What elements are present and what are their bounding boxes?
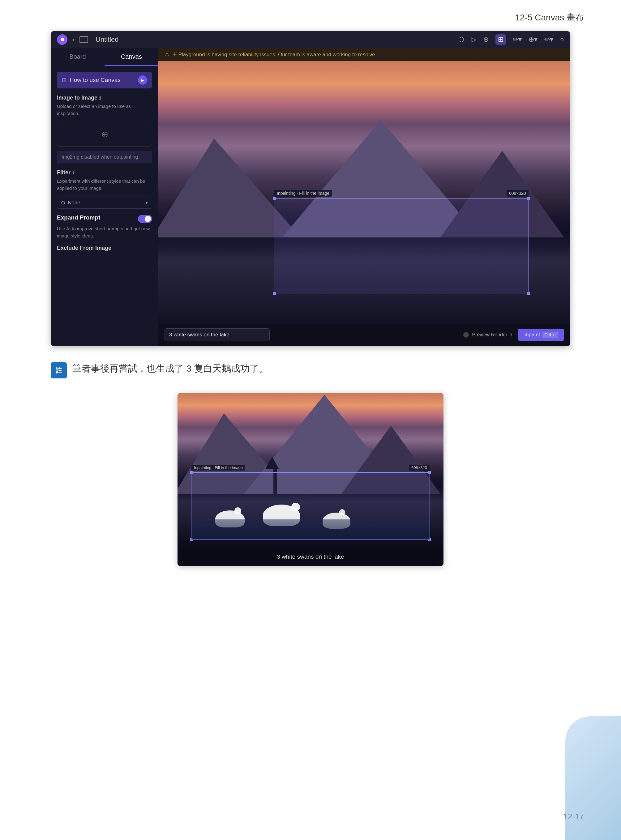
page-header: 12-5 Canvas 畫布 [515, 12, 584, 24]
edit-icon[interactable]: ✏▾ [544, 36, 553, 44]
note-section: 註 筆者事後再嘗試，也生成了 3 隻白天鵝成功了。 [51, 361, 570, 378]
canvas-image-bg: Inpainting · Fill in the image 608×320 3… [158, 61, 570, 346]
prompt-text-2: 3 white swans on the lake [277, 553, 344, 560]
app-title: Untitled [93, 36, 453, 44]
nav-board-btn[interactable]: Board [51, 48, 105, 66]
canvas-how-to-item[interactable]: ⊞ How to use Canvas ▶ [57, 72, 152, 88]
shape-icon[interactable]: ⊕▾ [529, 36, 538, 44]
filter-title: Filter ℹ [57, 170, 152, 176]
play-icon[interactable]: ▷ [471, 36, 476, 44]
warning-bar: ⚠ ⚠ Playground is having site reliabilit… [158, 48, 570, 61]
inpaint-shortcut-badge: Ctrl ↵ [542, 332, 558, 338]
inpaint-label-2: Inpainting · Fill in the image [191, 465, 245, 471]
upload-plus-icon: ⊕ [101, 129, 108, 139]
note-text: 筆者事後再嘗試，也生成了 3 隻白天鵝成功了。 [73, 361, 268, 376]
info-icon-filter: ℹ [73, 170, 74, 175]
upload-area[interactable]: ⊕ [57, 122, 152, 147]
chevron-down-filter-icon: ▾ [145, 200, 148, 206]
prompt-text-area: 3 white swans on the lake [165, 328, 270, 341]
image-to-image-desc: Upload or select an image to use as insp… [57, 103, 152, 117]
toolbar-icons: ⬡ ▷ ⊕ ⊞ ✏▾ ⊕▾ ✏▾ ○ [458, 34, 564, 45]
canvas-icon[interactable]: ⊞ [495, 34, 506, 45]
expand-prompt-desc: Use AI to improve short prompts and get … [57, 226, 152, 239]
chevron-down-icon: ▾ [73, 37, 74, 42]
chat-icon[interactable]: ○ [560, 36, 564, 44]
inpaint-size-2: 608×320 [409, 465, 430, 471]
title-bar: ⊕ ▾ Untitled ⬡ ▷ ⊕ ⊞ ✏▾ ⊕▾ ✏▾ ○ [51, 31, 570, 48]
canvas-item-play-btn[interactable]: ▶ [138, 76, 147, 85]
inpaint-label-text: Inpaint [524, 332, 540, 338]
preview-circle-icon [463, 332, 469, 338]
filter-value: None [68, 200, 143, 206]
image-to-image-title: Image to Image ℹ [57, 95, 152, 101]
filter-select[interactable]: ⊙ None ▾ [57, 197, 152, 209]
exclude-from-image-title: Exclude From Image [57, 245, 152, 251]
note-icon: 註 [51, 362, 67, 378]
canvas-area: ⚠ ⚠ Playground is having site reliabilit… [158, 48, 570, 346]
inpaint-selection-box-2: Inpainting · Fill in the image 608×320 [191, 472, 430, 540]
warning-icon: ⚠ [165, 51, 169, 58]
inpaint-label: Inpainting · Fill in the image [274, 190, 332, 197]
canvas-item-label: How to use Canvas [70, 77, 121, 83]
brush-icon[interactable]: ✏▾ [513, 36, 522, 44]
inpaint-selection-box: Inpainting · Fill in the image 608×320 [274, 198, 529, 295]
inpaint-button[interactable]: Inpaint Ctrl ↵ [518, 328, 564, 341]
screenshot-1: ⊕ ▾ Untitled ⬡ ▷ ⊕ ⊞ ✏▾ ⊕▾ ✏▾ ○ Board Ca… [51, 31, 570, 346]
nav-canvas-btn[interactable]: Canvas [105, 48, 158, 66]
tabs-icon [79, 36, 88, 43]
filter-circle-icon: ⊙ [61, 200, 65, 206]
expand-toggle[interactable] [138, 215, 152, 223]
preview-render-toggle[interactable]: Preview Render ℹ [463, 332, 512, 338]
canvas-bottom-bar: 3 white swans on the lake Preview Render… [158, 324, 570, 346]
logo-icon: ⊕ [57, 34, 67, 45]
info-icon-preview: ℹ [510, 332, 512, 337]
canvas-bottom-2: 3 white swans on the lake [177, 548, 444, 566]
expand-prompt-title: Expand Prompt [57, 214, 100, 221]
sidebar-nav: Board Canvas [51, 48, 158, 66]
info-icon-img: ℹ [99, 95, 101, 100]
filter-desc: Experiment with different styles that ca… [57, 178, 152, 192]
sidebar: Board Canvas ⊞ How to use Canvas ▶ Ima [51, 48, 158, 346]
warning-text: ⚠ Playground is having site reliability … [172, 51, 375, 58]
disabled-notice: Img2mg disabled when outpainting [57, 151, 152, 163]
canvas-item-grid-icon: ⊞ [62, 77, 67, 83]
preview-render-label: Preview Render [472, 332, 507, 338]
share-icon[interactable]: ⬡ [458, 36, 464, 44]
add-icon[interactable]: ⊕ [483, 36, 489, 44]
screenshot-2: Inpainting · Fill in the image 608×320 [177, 393, 444, 566]
deco-shape [565, 716, 621, 840]
inpaint-size: 608×320 [507, 190, 529, 197]
